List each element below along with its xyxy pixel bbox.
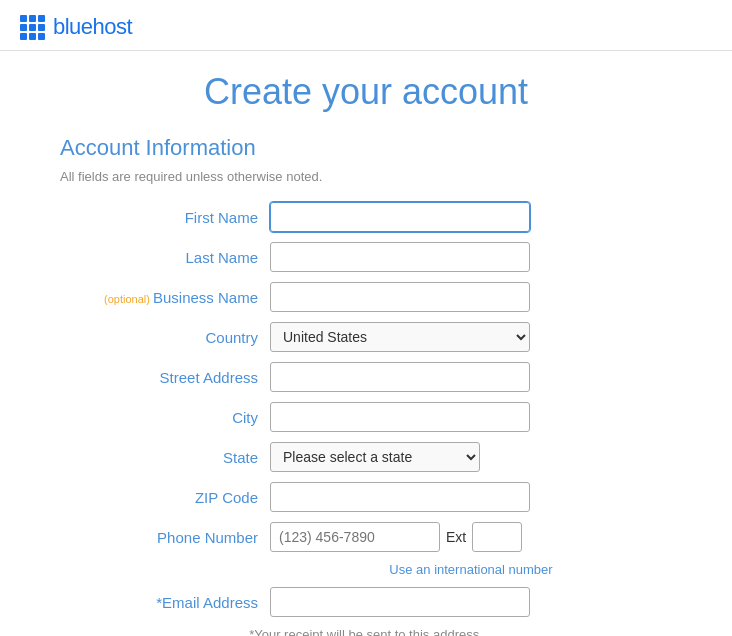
ext-label: Ext: [446, 529, 466, 545]
email-label: *Email Address: [60, 594, 270, 611]
state-row: State Please select a state Alabama Alas…: [60, 442, 672, 472]
street-address-row: Street Address: [60, 362, 672, 392]
zip-code-input[interactable]: [270, 482, 530, 512]
zip-code-label: ZIP Code: [60, 489, 270, 506]
intl-number-link[interactable]: Use an international number: [389, 562, 552, 577]
phone-number-row: Phone Number Ext: [60, 522, 672, 552]
first-name-input[interactable]: [270, 202, 530, 232]
state-label: State: [60, 449, 270, 466]
last-name-input[interactable]: [270, 242, 530, 272]
last-name-label: Last Name: [60, 249, 270, 266]
optional-tag: (optional): [104, 293, 150, 305]
country-row: Country United States Canada United King…: [60, 322, 672, 352]
business-name-row: (optional)Business Name: [60, 282, 672, 312]
first-name-label: First Name: [60, 209, 270, 226]
phone-number-input[interactable]: [270, 522, 440, 552]
required-note: All fields are required unless otherwise…: [60, 169, 672, 184]
email-row: *Email Address: [60, 587, 672, 617]
page-title: Create your account: [60, 71, 672, 113]
country-label: Country: [60, 329, 270, 346]
phone-row-container: Ext: [270, 522, 522, 552]
ext-input[interactable]: [472, 522, 522, 552]
main-content: Create your account Account Information …: [0, 51, 732, 636]
email-input[interactable]: [270, 587, 530, 617]
business-name-label: (optional)Business Name: [60, 289, 270, 306]
first-name-row: First Name: [60, 202, 672, 232]
state-select[interactable]: Please select a state Alabama Alaska Ari…: [270, 442, 480, 472]
street-address-label: Street Address: [60, 369, 270, 386]
last-name-row: Last Name: [60, 242, 672, 272]
logo-grid-icon: [20, 15, 45, 40]
country-select[interactable]: United States Canada United Kingdom Aust…: [270, 322, 530, 352]
phone-number-label: Phone Number: [60, 529, 270, 546]
logo-text: bluehost: [53, 14, 132, 40]
city-input[interactable]: [270, 402, 530, 432]
receipt-note: *Your receipt will be sent to this addre…: [60, 627, 672, 636]
city-label: City: [60, 409, 270, 426]
section-title: Account Information: [60, 135, 672, 161]
intl-link-row: Use an international number: [60, 562, 672, 577]
street-address-input[interactable]: [270, 362, 530, 392]
zip-code-row: ZIP Code: [60, 482, 672, 512]
business-name-input[interactable]: [270, 282, 530, 312]
header: bluehost: [0, 0, 732, 51]
city-row: City: [60, 402, 672, 432]
